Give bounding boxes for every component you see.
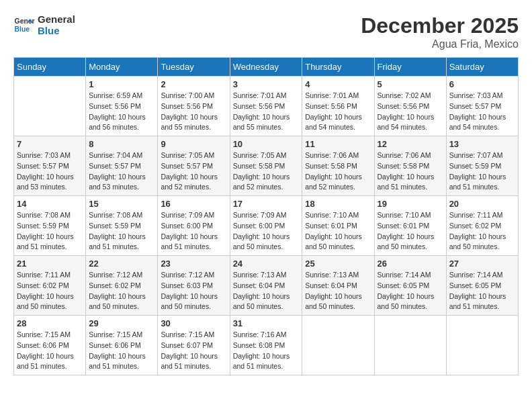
day-number: 25 — [305, 259, 371, 269]
day-number: 19 — [378, 199, 443, 209]
day-info: Sunrise: 7:06 AM Sunset: 5:58 PM Dayligh… — [378, 150, 443, 193]
day-number: 29 — [89, 318, 154, 328]
calendar-body: 1Sunrise: 6:59 AM Sunset: 5:56 PM Daylig… — [14, 77, 519, 375]
day-number: 24 — [233, 259, 300, 269]
day-cell: 18Sunrise: 7:10 AM Sunset: 6:01 PM Dayli… — [302, 196, 374, 256]
header-day-saturday: Saturday — [446, 58, 518, 77]
day-info: Sunrise: 7:11 AM Sunset: 6:02 PM Dayligh… — [17, 270, 83, 312]
day-cell: 23Sunrise: 7:12 AM Sunset: 6:03 PM Dayli… — [158, 256, 230, 316]
day-info: Sunrise: 7:14 AM Sunset: 6:05 PM Dayligh… — [378, 270, 443, 312]
day-cell: 11Sunrise: 7:06 AM Sunset: 5:58 PM Dayli… — [302, 136, 374, 196]
day-cell: 7Sunrise: 7:03 AM Sunset: 5:57 PM Daylig… — [14, 136, 86, 196]
day-cell: 14Sunrise: 7:08 AM Sunset: 5:59 PM Dayli… — [14, 196, 86, 256]
day-info: Sunrise: 7:09 AM Sunset: 6:00 PM Dayligh… — [233, 210, 300, 253]
logo-general: General — [38, 13, 75, 25]
day-number: 16 — [161, 199, 226, 209]
day-cell: 8Sunrise: 7:04 AM Sunset: 5:57 PM Daylig… — [86, 136, 158, 196]
day-number: 27 — [449, 259, 515, 269]
logo-icon: General Blue — [13, 14, 35, 36]
day-number: 18 — [305, 199, 371, 209]
day-cell: 27Sunrise: 7:14 AM Sunset: 6:05 PM Dayli… — [446, 256, 518, 316]
day-info: Sunrise: 7:15 AM Sunset: 6:06 PM Dayligh… — [89, 330, 154, 372]
header-day-thursday: Thursday — [302, 58, 374, 77]
day-number: 17 — [233, 199, 300, 209]
day-info: Sunrise: 7:13 AM Sunset: 6:04 PM Dayligh… — [233, 270, 300, 312]
day-number: 28 — [17, 318, 83, 328]
day-cell: 5Sunrise: 7:02 AM Sunset: 5:56 PM Daylig… — [374, 77, 446, 136]
week-row-1: 1Sunrise: 6:59 AM Sunset: 5:56 PM Daylig… — [14, 77, 519, 136]
day-number: 8 — [89, 139, 154, 149]
day-cell: 19Sunrise: 7:10 AM Sunset: 6:01 PM Dayli… — [374, 196, 446, 256]
day-info: Sunrise: 7:11 AM Sunset: 6:02 PM Dayligh… — [449, 210, 515, 253]
day-cell: 17Sunrise: 7:09 AM Sunset: 6:00 PM Dayli… — [230, 196, 302, 256]
day-cell: 4Sunrise: 7:01 AM Sunset: 5:56 PM Daylig… — [302, 77, 374, 136]
day-number: 5 — [378, 79, 443, 89]
day-number: 22 — [89, 259, 154, 269]
day-number: 6 — [449, 79, 515, 89]
day-info: Sunrise: 7:07 AM Sunset: 5:59 PM Dayligh… — [449, 150, 515, 193]
day-number: 14 — [17, 199, 83, 209]
week-row-4: 21Sunrise: 7:11 AM Sunset: 6:02 PM Dayli… — [14, 256, 519, 316]
day-cell — [302, 316, 374, 375]
day-info: Sunrise: 7:15 AM Sunset: 6:07 PM Dayligh… — [161, 330, 226, 372]
day-number: 2 — [161, 79, 226, 89]
day-cell — [374, 316, 446, 375]
day-info: Sunrise: 7:08 AM Sunset: 5:59 PM Dayligh… — [17, 210, 83, 253]
day-info: Sunrise: 7:15 AM Sunset: 6:06 PM Dayligh… — [17, 330, 83, 372]
title-area: December 2025 Agua Fria, Mexico — [361, 13, 519, 50]
logo-blue: Blue — [38, 25, 75, 36]
header-day-sunday: Sunday — [14, 58, 86, 77]
day-cell: 1Sunrise: 6:59 AM Sunset: 5:56 PM Daylig… — [86, 77, 158, 136]
calendar-table: SundayMondayTuesdayWednesdayThursdayFrid… — [13, 57, 519, 375]
day-info: Sunrise: 7:06 AM Sunset: 5:58 PM Dayligh… — [305, 150, 371, 193]
day-cell: 28Sunrise: 7:15 AM Sunset: 6:06 PM Dayli… — [14, 316, 86, 375]
calendar-header: SundayMondayTuesdayWednesdayThursdayFrid… — [14, 58, 519, 77]
day-cell: 24Sunrise: 7:13 AM Sunset: 6:04 PM Dayli… — [230, 256, 302, 316]
day-info: Sunrise: 7:16 AM Sunset: 6:08 PM Dayligh… — [233, 330, 300, 372]
day-number: 11 — [305, 139, 371, 149]
day-info: Sunrise: 7:02 AM Sunset: 5:56 PM Dayligh… — [378, 91, 443, 133]
day-info: Sunrise: 7:13 AM Sunset: 6:04 PM Dayligh… — [305, 270, 371, 312]
day-info: Sunrise: 7:05 AM Sunset: 5:57 PM Dayligh… — [161, 150, 226, 193]
location: Agua Fria, Mexico — [361, 38, 519, 50]
day-info: Sunrise: 7:12 AM Sunset: 6:03 PM Dayligh… — [161, 270, 226, 312]
day-cell: 25Sunrise: 7:13 AM Sunset: 6:04 PM Dayli… — [302, 256, 374, 316]
day-cell: 10Sunrise: 7:05 AM Sunset: 5:58 PM Dayli… — [230, 136, 302, 196]
header-day-friday: Friday — [374, 58, 446, 77]
day-cell: 2Sunrise: 7:00 AM Sunset: 5:56 PM Daylig… — [158, 77, 230, 136]
day-info: Sunrise: 7:00 AM Sunset: 5:56 PM Dayligh… — [161, 91, 226, 133]
day-cell: 13Sunrise: 7:07 AM Sunset: 5:59 PM Dayli… — [446, 136, 518, 196]
day-cell: 16Sunrise: 7:09 AM Sunset: 6:00 PM Dayli… — [158, 196, 230, 256]
day-number: 13 — [449, 139, 515, 149]
day-cell: 9Sunrise: 7:05 AM Sunset: 5:57 PM Daylig… — [158, 136, 230, 196]
day-cell: 22Sunrise: 7:12 AM Sunset: 6:02 PM Dayli… — [86, 256, 158, 316]
day-number: 15 — [89, 199, 154, 209]
day-cell: 21Sunrise: 7:11 AM Sunset: 6:02 PM Dayli… — [14, 256, 86, 316]
svg-text:Blue: Blue — [15, 26, 30, 33]
week-row-5: 28Sunrise: 7:15 AM Sunset: 6:06 PM Dayli… — [14, 316, 519, 375]
day-info: Sunrise: 7:01 AM Sunset: 5:56 PM Dayligh… — [305, 91, 371, 133]
header-day-wednesday: Wednesday — [230, 58, 302, 77]
day-cell: 20Sunrise: 7:11 AM Sunset: 6:02 PM Dayli… — [446, 196, 518, 256]
day-info: Sunrise: 7:10 AM Sunset: 6:01 PM Dayligh… — [378, 210, 443, 253]
day-info: Sunrise: 7:03 AM Sunset: 5:57 PM Dayligh… — [17, 150, 83, 193]
day-number: 23 — [161, 259, 226, 269]
day-info: Sunrise: 7:09 AM Sunset: 6:00 PM Dayligh… — [161, 210, 226, 253]
day-number: 20 — [449, 199, 515, 209]
day-info: Sunrise: 7:01 AM Sunset: 5:56 PM Dayligh… — [233, 91, 300, 133]
day-info: Sunrise: 7:12 AM Sunset: 6:02 PM Dayligh… — [89, 270, 154, 312]
day-cell: 30Sunrise: 7:15 AM Sunset: 6:07 PM Dayli… — [158, 316, 230, 375]
day-cell — [14, 77, 86, 136]
day-number: 7 — [17, 139, 83, 149]
day-cell: 3Sunrise: 7:01 AM Sunset: 5:56 PM Daylig… — [230, 77, 302, 136]
day-info: Sunrise: 7:04 AM Sunset: 5:57 PM Dayligh… — [89, 150, 154, 193]
day-cell: 26Sunrise: 7:14 AM Sunset: 6:05 PM Dayli… — [374, 256, 446, 316]
day-number: 3 — [233, 79, 300, 89]
day-cell: 6Sunrise: 7:03 AM Sunset: 5:57 PM Daylig… — [446, 77, 518, 136]
day-number: 21 — [17, 259, 83, 269]
day-cell: 31Sunrise: 7:16 AM Sunset: 6:08 PM Dayli… — [230, 316, 302, 375]
day-number: 10 — [233, 139, 300, 149]
header-day-tuesday: Tuesday — [158, 58, 230, 77]
week-row-3: 14Sunrise: 7:08 AM Sunset: 5:59 PM Dayli… — [14, 196, 519, 256]
header-row: SundayMondayTuesdayWednesdayThursdayFrid… — [14, 58, 519, 77]
